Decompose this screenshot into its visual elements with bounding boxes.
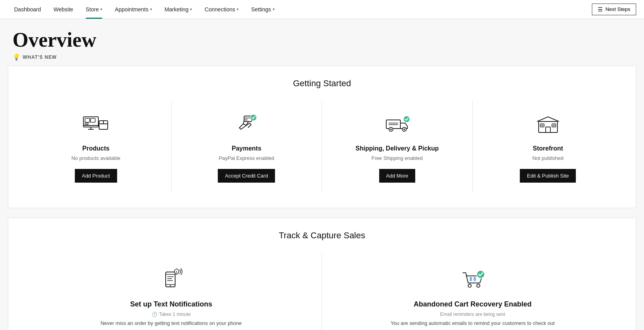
payments-card-title: Payments [232,145,261,152]
shipping-card-title: Shipping, Delivery & Pickup [356,145,439,152]
notifications-card-time: 🕐 Takes 1 minute [152,312,191,317]
svg-point-35 [170,285,171,286]
chevron-down-icon: ▾ [237,7,239,11]
clock-icon: 🕐 [152,312,157,317]
main-content: Getting Started [0,65,644,330]
products-icon [82,111,110,139]
cart-recovery-card: Abandoned Cart Recovery Enabled Email re… [322,253,623,330]
chevron-down-icon: ▾ [150,7,152,11]
storefront-icon [534,111,562,139]
page-title: Overview [13,30,631,50]
svg-rect-14 [386,120,400,129]
add-more-button[interactable]: Add More [379,169,415,183]
svg-rect-44 [470,277,472,281]
svg-point-42 [477,284,480,287]
payments-icon [232,111,260,139]
nav-item-marketing[interactable]: Marketing ▾ [158,0,198,19]
svg-point-17 [390,129,392,130]
nav-item-settings[interactable]: Settings ▾ [245,0,281,19]
svg-rect-6 [85,123,88,125]
products-card-title: Products [82,145,109,152]
nav-item-dashboard[interactable]: Dashboard [8,0,47,19]
notifications-card-title: Set up Text Notifications [130,300,212,308]
nav-item-connections[interactable]: Connections ▾ [198,0,245,19]
payments-card: Payments PayPal Express enabled Accept C… [172,101,322,192]
nav-item-store[interactable]: Store ▾ [80,0,109,19]
payments-card-subtitle: PayPal Express enabled [219,155,274,161]
cart-recovery-card-subtitle: Email reminders are being sent [440,312,505,317]
cart-recovery-card-desc: You are sending automatic emails to remi… [391,320,555,326]
shipping-icon [383,111,411,139]
edit-publish-site-button[interactable]: Edit & Publish Site [520,169,576,183]
bulb-icon: 💡 [13,53,20,61]
page-header: Overview 💡 WHAT'S NEW [0,19,644,65]
track-capture-title: Track & Capture Sales [21,230,623,241]
chevron-down-icon: ▾ [273,7,275,11]
getting-started-title: Getting Started [21,78,623,89]
main-nav: Dashboard Website Store ▾ Appointments ▾… [0,0,644,19]
svg-point-41 [468,284,471,287]
notifications-card-desc: Never miss an order by getting text noti… [101,320,242,326]
next-steps-button[interactable]: ☰ Next Steps [592,4,636,15]
svg-rect-5 [90,118,95,122]
products-card-subtitle: No products available [71,155,120,161]
getting-started-grid: Products No products available Add Produ… [21,101,623,192]
whats-new-link[interactable]: 💡 WHAT'S NEW [13,53,631,61]
list-icon: ☰ [598,6,603,13]
svg-rect-4 [85,118,90,122]
svg-point-13 [250,114,257,121]
shipping-card-subtitle: Free Shipping enabled [371,155,423,161]
svg-rect-25 [546,127,550,132]
nav-items: Dashboard Website Store ▾ Appointments ▾… [8,0,592,19]
cart-recovery-icon [459,266,487,294]
getting-started-section: Getting Started [8,65,636,208]
nav-item-website[interactable]: Website [47,0,80,19]
svg-point-22 [403,116,410,122]
storefront-card-subtitle: Not published [532,155,564,161]
notifications-icon [157,266,185,294]
whats-new-label: WHAT'S NEW [23,54,57,60]
shipping-card: Shipping, Delivery & Pickup Free Shippin… [322,101,473,192]
svg-point-40 [176,274,177,274]
cart-recovery-card-title: Abandoned Cart Recovery Enabled [414,300,532,308]
add-product-button[interactable]: Add Product [75,169,117,183]
storefront-card-title: Storefront [533,145,563,152]
products-card: Products No products available Add Produ… [21,101,172,192]
chevron-down-icon: ▾ [190,7,192,11]
chevron-down-icon: ▾ [100,7,102,11]
accept-credit-card-button[interactable]: Accept Credit Card [218,169,275,183]
svg-point-19 [403,129,405,130]
svg-rect-45 [474,277,476,281]
track-capture-grid: Set up Text Notifications 🕐 Takes 1 minu… [21,253,623,330]
track-capture-section: Track & Capture Sales [8,218,636,330]
storefront-card: Storefront Not published Edit & Publish … [473,101,624,192]
nav-item-appointments[interactable]: Appointments ▾ [109,0,158,19]
notifications-card: Set up Text Notifications 🕐 Takes 1 minu… [21,253,322,330]
